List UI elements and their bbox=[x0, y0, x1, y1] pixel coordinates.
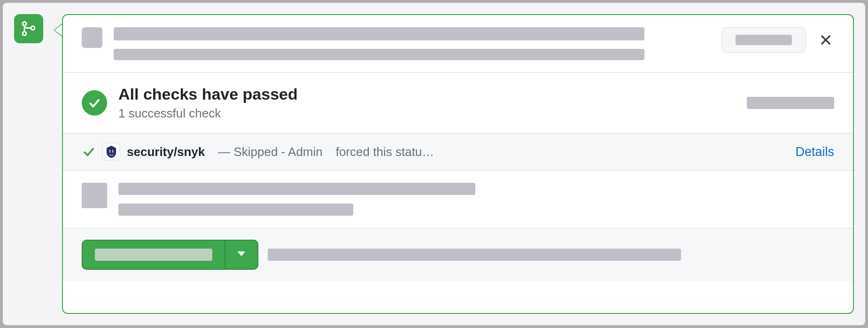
panel-arrow bbox=[54, 23, 62, 37]
success-check-icon bbox=[82, 90, 107, 116]
panel-header bbox=[63, 15, 853, 72]
header-text-block bbox=[114, 27, 710, 60]
footer-note bbox=[268, 249, 834, 261]
check-message-suffix: forced this statu… bbox=[336, 145, 434, 159]
check-row: security/snyk — Skipped - Admin forced t… bbox=[63, 133, 853, 170]
status-right-placeholder bbox=[747, 97, 834, 109]
svg-point-0 bbox=[23, 22, 26, 26]
check-name: security/snyk bbox=[127, 145, 205, 159]
header-action-button[interactable] bbox=[721, 27, 806, 53]
merge-button-label bbox=[95, 249, 212, 261]
avatar bbox=[82, 27, 102, 48]
snyk-app-icon bbox=[102, 143, 120, 161]
merge-button[interactable] bbox=[83, 241, 225, 269]
status-title: All checks have passed bbox=[118, 85, 298, 103]
check-details-link[interactable]: Details bbox=[795, 145, 834, 159]
close-icon[interactable] bbox=[817, 31, 834, 48]
caret-down-icon bbox=[237, 250, 246, 259]
git-merge-icon bbox=[14, 14, 43, 43]
info-line-1 bbox=[118, 183, 475, 195]
info-line-2 bbox=[118, 203, 353, 216]
merge-status-panel: All checks have passed 1 successful chec… bbox=[62, 14, 854, 314]
svg-point-2 bbox=[31, 26, 35, 30]
header-line-1 bbox=[114, 27, 644, 40]
check-message-prefix: — Skipped - Admin bbox=[218, 145, 323, 159]
merge-options-dropdown[interactable] bbox=[225, 241, 257, 269]
checks-status-section: All checks have passed 1 successful chec… bbox=[63, 72, 853, 133]
svg-point-1 bbox=[23, 32, 26, 36]
header-line-2 bbox=[114, 49, 644, 60]
header-action-label bbox=[736, 35, 792, 45]
status-subtitle: 1 successful check bbox=[118, 106, 298, 121]
check-icon bbox=[82, 145, 96, 159]
footer-section bbox=[63, 228, 853, 281]
merge-button-group bbox=[82, 240, 258, 270]
info-icon bbox=[82, 183, 107, 208]
info-section bbox=[63, 170, 853, 228]
